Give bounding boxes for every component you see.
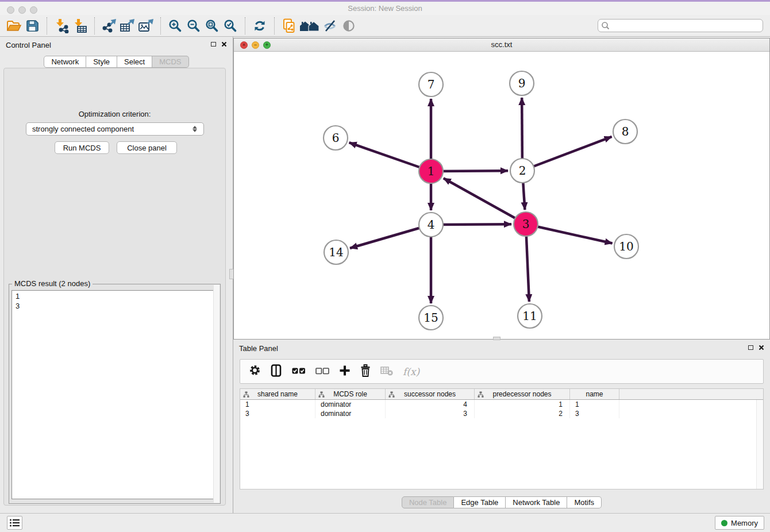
edge-3-10[interactable] (526, 224, 613, 244)
table-scrollbar[interactable] (756, 400, 763, 489)
trash-icon[interactable] (360, 364, 371, 379)
table-cell[interactable]: 4 (386, 400, 475, 409)
list-icon (9, 518, 21, 527)
column-header-mcds-role[interactable]: MCDS role (315, 389, 386, 399)
node-4[interactable]: 4 (419, 213, 443, 237)
save-session-icon[interactable] (23, 17, 41, 35)
zoom-fit-icon[interactable] (203, 17, 221, 35)
close-panel-icon[interactable] (221, 41, 227, 47)
node-8[interactable]: 8 (613, 119, 637, 144)
svg-text:8: 8 (622, 125, 629, 138)
column-header-predecessor-nodes[interactable]: predecessor nodes (475, 389, 570, 399)
checked-checkboxes-icon[interactable] (292, 367, 306, 377)
unchecked-checkboxes-icon[interactable] (315, 367, 329, 377)
toolbar-separator (274, 17, 275, 34)
node-9[interactable]: 9 (510, 71, 534, 95)
table-header-row: shared nameMCDS rolesuccessor nodesprede… (240, 389, 763, 400)
table-cell[interactable]: dominator (315, 409, 386, 418)
node-14[interactable]: 14 (324, 240, 348, 264)
table-cell[interactable]: 3 (570, 409, 619, 418)
tab-select[interactable]: Select (117, 56, 152, 68)
gear-icon[interactable] (249, 364, 261, 379)
node-3[interactable]: 3 (514, 212, 538, 236)
network-window-titlebar[interactable]: scc.txt (234, 38, 769, 52)
table-cell[interactable]: 3 (386, 409, 475, 418)
node-15[interactable]: 15 (419, 306, 443, 330)
svg-text:4: 4 (428, 218, 435, 232)
tab-style[interactable]: Style (86, 56, 117, 68)
search-input[interactable] (598, 19, 763, 32)
zoom-in-icon[interactable] (166, 17, 184, 35)
tab-edge-table[interactable]: Edge Table (454, 496, 506, 508)
export-network-icon[interactable] (100, 17, 118, 35)
table-cell[interactable]: 3 (240, 409, 315, 418)
copy-network-icon[interactable] (280, 17, 298, 35)
tab-motifs[interactable]: Motifs (567, 496, 602, 508)
network-close-icon[interactable] (240, 41, 248, 49)
svg-text:7: 7 (428, 78, 435, 91)
memory-status-icon (721, 520, 727, 526)
network-maximize-icon[interactable] (263, 41, 271, 49)
node-7[interactable]: 7 (419, 72, 443, 97)
edge-3-1[interactable] (444, 178, 526, 224)
close-window-button[interactable] (7, 6, 14, 14)
maximize-window-button[interactable] (30, 6, 37, 14)
node-2[interactable]: 2 (510, 159, 534, 183)
plus-icon[interactable] (339, 365, 351, 379)
search-icon (601, 21, 610, 30)
column-header-name[interactable]: name (570, 389, 619, 399)
table-cell[interactable]: 2 (475, 409, 570, 418)
task-history-button[interactable] (7, 516, 22, 530)
houses-icon[interactable] (298, 17, 321, 35)
search-field[interactable] (612, 20, 763, 31)
minimize-window-button[interactable] (18, 6, 26, 14)
zoom-selected-icon[interactable] (221, 17, 240, 35)
function-builder-icon[interactable]: f(x) (403, 366, 419, 377)
dropdown-stepper-icon (192, 125, 198, 133)
node-1[interactable]: 1 (419, 159, 443, 183)
apply-layout-icon[interactable] (251, 17, 269, 35)
network-canvas[interactable]: 7968124314101511 (234, 52, 769, 339)
hide-eye-icon[interactable] (321, 17, 340, 35)
tab-mcds[interactable]: MCDS (152, 56, 188, 68)
table-row[interactable]: 3dominator323 (240, 409, 763, 418)
edge-2-8[interactable] (522, 137, 612, 171)
tab-network[interactable]: Network (44, 56, 86, 68)
column-header-shared-name[interactable]: shared name (240, 389, 315, 399)
control-panel-title: Control Panel (6, 41, 51, 49)
edge-1-6[interactable] (349, 142, 431, 171)
export-table-icon[interactable] (118, 17, 137, 35)
delete-table-icon[interactable] (380, 365, 393, 378)
column-header-successor-nodes[interactable]: successor nodes (386, 389, 475, 399)
table-cell[interactable]: 1 (240, 400, 315, 409)
svg-text:1: 1 (428, 164, 435, 178)
run-mcds-button[interactable]: Run MCDS (55, 141, 109, 154)
network-minimize-icon[interactable] (252, 41, 259, 49)
close-panel-icon[interactable] (759, 345, 764, 350)
export-image-icon[interactable] (137, 17, 155, 35)
table-cell[interactable]: dominator (315, 400, 386, 409)
float-panel-icon[interactable] (211, 42, 216, 47)
node-11[interactable]: 11 (518, 304, 542, 328)
table-cell[interactable]: 1 (475, 400, 570, 409)
memory-button[interactable]: Memory (715, 516, 764, 530)
open-file-icon[interactable] (5, 17, 23, 35)
node-10[interactable]: 10 (614, 234, 638, 259)
optimization-criterion-dropdown[interactable]: strongly connected component (26, 122, 204, 136)
mcds-result-text[interactable]: 13 (11, 290, 218, 499)
split-columns-icon[interactable] (271, 364, 282, 379)
import-table-icon[interactable] (71, 17, 89, 35)
table-panel-tabs: Node TableEdge TableNetwork TableMotifs (233, 496, 770, 508)
tab-node-table[interactable]: Node Table (402, 496, 455, 508)
close-panel-button[interactable]: Close panel (117, 141, 177, 154)
float-panel-icon[interactable] (748, 345, 753, 350)
table-cell[interactable]: 1 (570, 400, 619, 409)
result-line: 1 (16, 291, 217, 301)
zoom-out-icon[interactable] (184, 17, 203, 35)
eye-icon[interactable] (340, 17, 358, 35)
import-network-icon[interactable] (52, 17, 71, 35)
table-row[interactable]: 1dominator411 (240, 400, 763, 409)
tab-network-table[interactable]: Network Table (506, 496, 567, 508)
result-scrollbar[interactable] (213, 285, 220, 503)
node-6[interactable]: 6 (324, 126, 348, 150)
